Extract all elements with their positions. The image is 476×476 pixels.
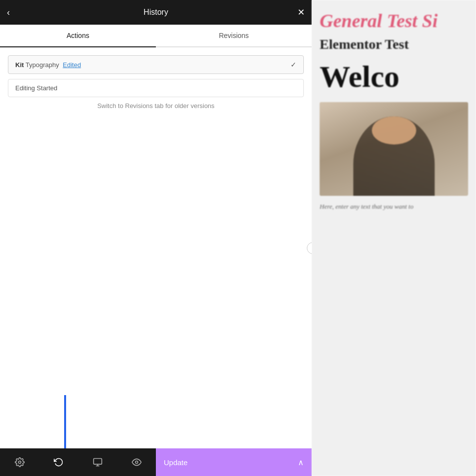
preview-site-title: General Test Si: [320, 10, 468, 32]
action-sublabel: Typography: [26, 61, 59, 69]
svg-point-4: [135, 461, 138, 464]
action-label: Kit: [15, 61, 24, 69]
tab-bar: Actions Revisions: [0, 25, 312, 47]
back-button[interactable]: ‹: [7, 7, 10, 18]
action-item-kit-typography[interactable]: Kit Typography Edited ✓: [8, 55, 304, 74]
update-button[interactable]: Update ∧: [156, 448, 312, 476]
svg-rect-1: [93, 459, 102, 465]
actions-content: Kit Typography Edited ✓ Editing Started …: [0, 47, 312, 448]
switch-revisions-text: Switch to Revisions tab for older versio…: [8, 102, 304, 110]
svg-point-0: [18, 461, 21, 464]
action-check-icon: ✓: [291, 61, 296, 69]
update-chevron-icon: ∧: [298, 458, 304, 467]
update-label: Update: [164, 458, 187, 467]
preview-hero-image: [320, 102, 468, 196]
tab-revisions[interactable]: Revisions: [156, 25, 312, 46]
preview-panel: General Test Si Elementor Test Welco Her…: [312, 0, 476, 476]
action-edited: Edited: [63, 61, 81, 69]
history-header: ‹ History ✕: [0, 0, 312, 25]
preview-subtitle: Elementor Test: [320, 37, 468, 52]
header-title: History: [144, 8, 168, 17]
settings-icon-button[interactable]: [0, 448, 39, 476]
preview-body-text: Here, enter any text that you want to: [320, 203, 468, 211]
responsive-icon-button[interactable]: [78, 448, 117, 476]
preview-content: General Test Si Elementor Test Welco Her…: [312, 0, 476, 220]
toolbar-icon-group: [0, 448, 156, 476]
editing-started-item: Editing Started: [8, 79, 304, 97]
history-icon-button[interactable]: [39, 448, 78, 476]
collapse-panel-button[interactable]: ‹: [307, 242, 312, 254]
preview-welcome-heading: Welco: [320, 59, 468, 94]
preview-icon-button[interactable]: [117, 448, 156, 476]
close-button[interactable]: ✕: [297, 7, 305, 18]
bottom-toolbar: Update ∧: [0, 448, 312, 476]
tab-actions[interactable]: Actions: [0, 25, 156, 46]
left-panel: ‹ History ✕ Actions Revisions Kit Typogr…: [0, 0, 312, 476]
